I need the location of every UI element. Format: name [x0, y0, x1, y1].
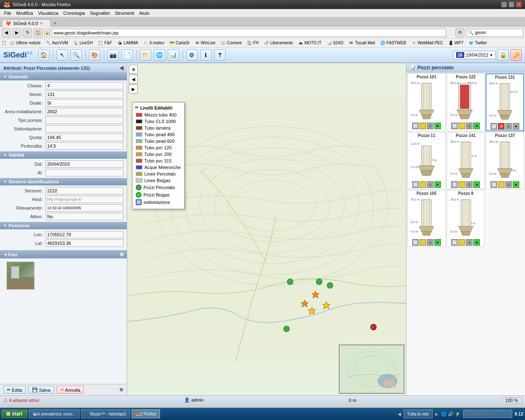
well-122-btn3[interactable]: ⚠: [466, 123, 472, 129]
minimize-button[interactable]: _: [501, 2, 507, 7]
menu-modifica[interactable]: Modifica: [14, 10, 36, 16]
well-card-131[interactable]: Pozzo 131 35.0 m 10.0 m 0.0 m ⬜ ⚡ ⚠ ●: [486, 73, 524, 131]
well-141-btn3[interactable]: ⚠: [466, 181, 472, 188]
bookmark-fastweb[interactable]: 🌐FASTWEB: [378, 40, 408, 46]
bookmark-cartasi[interactable]: 💳CartaSi: [167, 40, 191, 46]
layer-mezzo-tubo[interactable]: Mezzo tubo 400: [135, 112, 182, 118]
layer-pozzi-percolato[interactable]: Pozzi Percolato: [135, 184, 182, 191]
duale-input[interactable]: [46, 99, 123, 107]
well-105-btn2[interactable]: ⚡: [420, 239, 426, 246]
well-101-btn2[interactable]: ⚡: [420, 123, 426, 129]
bookmark-webmail[interactable]: 📧WebMail PEC: [409, 40, 445, 46]
layer-pozzi-biogas[interactable]: Pozzi Biogas: [135, 192, 182, 198]
tool-home[interactable]: 🏠: [38, 49, 50, 61]
well-card-137[interactable]: Pozzo 137 35.0 m 1.0 m 0.0 m ⬜ ⚡ ⚠ ●: [486, 132, 524, 189]
bookmark-lamma[interactable]: 🌤LAMMA: [115, 40, 140, 46]
taskbar-weather[interactable]: 🌤 In prevalenza, nuvo...: [29, 409, 80, 418]
map-nav-2[interactable]: ◀: [129, 75, 138, 84]
well-11-btn4[interactable]: ●: [434, 181, 441, 188]
start-button[interactable]: ⊞ start: [2, 410, 27, 418]
new-tab-button[interactable]: +: [51, 19, 59, 27]
bookmark-fh[interactable]: 🏠FH: [244, 40, 260, 46]
well-131-btn4[interactable]: ●: [513, 123, 519, 130]
reload-button[interactable]: ↻: [23, 28, 32, 37]
nome-input[interactable]: [46, 91, 123, 98]
bookmark-ultime-notizie[interactable]: 📰Ultime notizie: [7, 40, 43, 46]
well-9-btn2[interactable]: ⚡: [459, 239, 465, 246]
taskbar-search[interactable]: [463, 410, 512, 418]
taskbar-firefox[interactable]: 🦊 2 Firefox: [132, 409, 160, 418]
chiave-input[interactable]: [46, 82, 123, 89]
bookmark-star[interactable]: ☆: [448, 29, 454, 37]
well-137-btn3[interactable]: ⚠: [505, 181, 512, 188]
well-122-btn2[interactable]: ⚡: [459, 123, 465, 129]
menu-aiuto[interactable]: Aiuto: [137, 10, 152, 16]
well-105-btn3[interactable]: ⚠: [427, 239, 434, 246]
well-131-btn3[interactable]: ⚠: [505, 123, 512, 130]
tab-close-button[interactable]: ✕: [40, 21, 43, 25]
browser-tab[interactable]: 🦊 SiGedi 4.0.0 ✕: [2, 19, 51, 27]
address-input[interactable]: [52, 29, 446, 37]
well-101-btn1[interactable]: ⬜: [412, 123, 419, 129]
well-131-btn2[interactable]: ⚡: [498, 123, 504, 130]
photo-thumbnail[interactable]: [7, 262, 34, 290]
well-card-141[interactable]: Pozzo 141 35.0 m 15.0 m 0.0 m ⬜ ⚡ ⚠ ●: [447, 132, 485, 189]
well-101-btn4[interactable]: ●: [434, 123, 441, 129]
tipo-pompa-input[interactable]: [46, 116, 123, 124]
well-137-btn1[interactable]: ⬜: [491, 181, 497, 188]
well-11-btn2[interactable]: ⚡: [420, 181, 426, 188]
close-button[interactable]: ✕: [516, 2, 522, 7]
bookmark-aecvvm[interactable]: 🔧AecVVM: [43, 40, 70, 46]
layer-linee-biogas[interactable]: Linee Biogas: [135, 178, 182, 183]
layer-tubo-lamiera[interactable]: Tubo lamiera: [135, 125, 182, 131]
bookmark-moto[interactable]: 🏍MOTO.IT: [296, 40, 323, 46]
well-101-btn3[interactable]: ⚠: [427, 123, 434, 129]
section-posizione[interactable]: ▼ Posizione: [0, 222, 127, 229]
tool-info[interactable]: ℹ: [200, 49, 212, 61]
section-generale[interactable]: ▼ Generale: [0, 73, 127, 80]
sottostazione-input[interactable]: [46, 125, 123, 132]
layer-acque-meteoriche[interactable]: Acque Meteoriche: [135, 164, 182, 170]
tool-document[interactable]: 📄: [121, 49, 133, 61]
calendar-button[interactable]: 26 19/04/2012 ▾: [453, 51, 495, 59]
bookmark-ff[interactable]: 📋F&F: [96, 40, 114, 46]
photo-expand-icon[interactable]: ⊞: [120, 252, 123, 257]
back-button[interactable]: ◀: [2, 28, 11, 37]
settings-icon[interactable]: ⚙: [119, 387, 123, 393]
well-9-btn3[interactable]: ⚠: [466, 239, 472, 246]
lon-input[interactable]: [46, 231, 123, 238]
menu-segnalibri[interactable]: Segnalibri: [87, 10, 112, 16]
tool-zoom[interactable]: 🔍: [71, 49, 82, 61]
menu-file[interactable]: File: [2, 10, 14, 16]
anno-input[interactable]: [46, 108, 123, 115]
tool-lock1[interactable]: 🔒: [497, 49, 509, 61]
rilevamento-input[interactable]: [46, 204, 123, 212]
layer-tubo-pead600[interactable]: Tubo pead 600: [135, 138, 182, 144]
search-input[interactable]: [466, 29, 523, 37]
tool-camera[interactable]: 📷: [107, 49, 119, 61]
well-11-btn3[interactable]: ⚠: [427, 181, 434, 188]
refresh-button[interactable]: ⟳: [455, 28, 464, 37]
lat-input[interactable]: [46, 240, 123, 247]
tool-globe[interactable]: 🌐: [154, 49, 165, 61]
layer-tubo-pead400[interactable]: Tubo pead 400: [135, 132, 182, 137]
well-9-btn4[interactable]: ●: [473, 239, 480, 246]
layer-tubo-pvc315[interactable]: Tubo pvc 315: [135, 158, 182, 164]
cancel-button[interactable]: ✕ Annulla: [57, 386, 84, 394]
forward-button[interactable]: ▶: [12, 28, 21, 37]
layer-tubo-cls[interactable]: Tubo CLS 1000: [135, 119, 182, 124]
tool-folder[interactable]: 📁: [140, 49, 151, 61]
tool-cursor[interactable]: ↖: [57, 49, 68, 61]
well-card-101[interactable]: Pozzo 101 35.0 m 0.0 m ⬜ ⚡ ⚠ ●: [407, 73, 446, 131]
well-137-btn2[interactable]: ⚡: [498, 181, 504, 188]
well-141-btn4[interactable]: ●: [473, 181, 480, 188]
section-validita[interactable]: ▼ Validità: [0, 151, 127, 159]
map-nav-1[interactable]: ⊕: [129, 65, 138, 74]
menu-cronologia[interactable]: Cronologia: [61, 10, 87, 16]
menu-visualizza[interactable]: Visualizza: [36, 10, 61, 16]
save-button[interactable]: 💾 Salva: [28, 386, 54, 394]
tool-chart[interactable]: 📊: [168, 49, 179, 61]
taskbar-network[interactable]: Tutta la rete: [404, 409, 433, 418]
section-sensore[interactable]: ▼ Sensore Identificazione: [0, 178, 127, 185]
well-card-9[interactable]: Pozzo 9 35.0 m 5.0 m 0.0 m ⬜ ⚡ ⚠ ●: [447, 190, 485, 247]
